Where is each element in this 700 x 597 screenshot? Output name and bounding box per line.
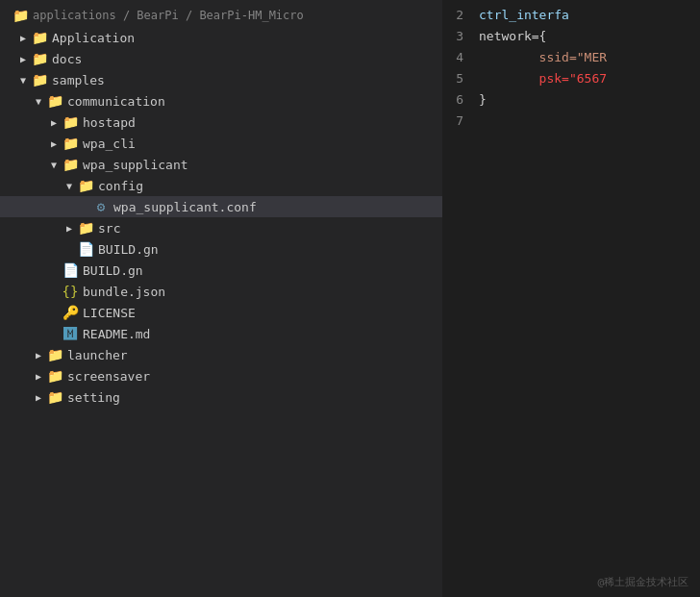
tree-item-samples[interactable]: ▼📁samples	[0, 69, 442, 90]
tree-item-screensaver[interactable]: ▶📁screensaver	[0, 365, 442, 386]
line-number: 5	[442, 71, 479, 86]
label-license: LICENSE	[83, 306, 136, 320]
tree-item-wpa_cli[interactable]: ▶📁wpa_cli	[0, 133, 442, 154]
icon-wpa_supplicant: 📁	[62, 156, 79, 173]
icon-bundle_json: {}	[62, 283, 79, 300]
label-build_gn_inner: BUILD.gn	[98, 242, 159, 257]
chevron-communication: ▼	[31, 93, 46, 109]
line-number: 6	[442, 92, 479, 107]
icon-hostapd: 📁	[62, 113, 79, 131]
line-content: psk="6567	[479, 71, 607, 86]
tree-item-launcher[interactable]: ▶📁launcher	[0, 344, 442, 365]
chevron-config: ▼	[62, 178, 77, 193]
line-number: 4	[442, 50, 479, 64]
line-content: }	[479, 92, 487, 107]
chevron-src: ▶	[62, 220, 77, 236]
root-path: 📁 applications / BearPi / BearPi-HM_Micr…	[0, 4, 442, 27]
code-line-6: 6}	[442, 88, 700, 110]
label-launcher: launcher	[67, 348, 128, 362]
icon-communication: 📁	[46, 92, 63, 110]
spacer-build_gn_inner	[62, 241, 77, 257]
chevron-docs: ▶	[15, 51, 31, 66]
chevron-hostapd: ▶	[46, 114, 62, 130]
tree-item-build_gn_inner[interactable]: 📄BUILD.gn	[0, 238, 442, 260]
root-folder-icon: 📁	[12, 7, 29, 24]
label-docs: docs	[52, 52, 82, 66]
icon-src: 📁	[77, 219, 94, 236]
tree-item-setting[interactable]: ▶📁setting	[0, 386, 442, 408]
chevron-samples: ▼	[15, 72, 31, 87]
label-hostapd: hostapd	[83, 115, 136, 130]
editor-content: 2ctrl_interfa3network={4 ssid="MER5 psk=…	[442, 0, 700, 131]
label-samples: samples	[52, 73, 105, 87]
code-line-2: 2ctrl_interfa	[442, 4, 700, 25]
icon-readme: 🅼	[62, 325, 79, 342]
spacer-readme	[46, 326, 62, 341]
icon-wpa_supplicant_conf: ⚙	[92, 198, 110, 215]
chevron-screensaver: ▶	[31, 368, 46, 384]
tree-item-config[interactable]: ▼📁config	[0, 175, 442, 196]
line-number: 2	[442, 8, 479, 22]
line-content: ssid="MER	[479, 50, 607, 64]
spacer-wpa_supplicant_conf	[77, 199, 92, 214]
label-wpa_cli: wpa_cli	[83, 137, 136, 151]
tree-item-license[interactable]: 🔑LICENSE	[0, 302, 442, 323]
chevron-application: ▶	[15, 30, 31, 45]
tree-item-application[interactable]: ▶📁Application	[0, 27, 442, 48]
label-build_gn_outer: BUILD.gn	[83, 263, 143, 278]
watermark: @稀土掘金技术社区	[597, 575, 688, 589]
label-config: config	[98, 179, 143, 193]
tree-item-hostapd[interactable]: ▶📁hostapd	[0, 112, 442, 133]
icon-license: 🔑	[62, 304, 79, 321]
icon-wpa_cli: 📁	[62, 135, 79, 152]
chevron-setting: ▶	[31, 389, 46, 405]
icon-build_gn_outer: 📄	[62, 261, 79, 279]
label-bundle_json: bundle.json	[83, 285, 165, 299]
code-line-5: 5 psk="6567	[442, 67, 700, 88]
tree-item-build_gn_outer[interactable]: 📄BUILD.gn	[0, 260, 442, 281]
chevron-wpa_supplicant: ▼	[46, 157, 62, 172]
spacer-bundle_json	[46, 284, 62, 299]
tree-item-communication[interactable]: ▼📁communication	[0, 90, 442, 112]
label-communication: communication	[67, 94, 165, 109]
line-content: network={	[479, 29, 546, 43]
code-line-7: 7	[442, 110, 700, 131]
tree-item-docs[interactable]: ▶📁docs	[0, 48, 442, 69]
icon-launcher: 📁	[46, 346, 63, 363]
label-wpa_supplicant: wpa_supplicant	[83, 158, 188, 172]
icon-docs: 📁	[31, 50, 48, 67]
icon-config: 📁	[77, 177, 94, 194]
code-line-3: 3network={	[442, 25, 700, 46]
tree-item-readme[interactable]: 🅼README.md	[0, 323, 442, 344]
chevron-wpa_cli: ▶	[46, 136, 62, 151]
label-wpa_supplicant_conf: wpa_supplicant.conf	[113, 200, 257, 214]
tree-item-src[interactable]: ▶📁src	[0, 217, 442, 238]
label-src: src	[98, 221, 120, 236]
tree-item-wpa_supplicant_conf[interactable]: ⚙wpa_supplicant.conf	[0, 196, 442, 217]
icon-screensaver: 📁	[46, 367, 63, 385]
tree-item-wpa_supplicant[interactable]: ▼📁wpa_supplicant	[0, 154, 442, 175]
icon-setting: 📁	[46, 388, 63, 406]
spacer-build_gn_outer	[46, 262, 62, 278]
icon-build_gn_inner: 📄	[77, 240, 94, 258]
label-screensaver: screensaver	[67, 369, 150, 384]
code-line-4: 4 ssid="MER	[442, 46, 700, 67]
line-number: 7	[442, 113, 479, 128]
icon-application: 📁	[31, 29, 48, 46]
root-label: applications / BearPi / BearPi-HM_Micro	[33, 9, 304, 22]
spacer-license	[46, 305, 62, 320]
file-explorer: 📁 applications / BearPi / BearPi-HM_Micr…	[0, 0, 442, 597]
code-editor: 2ctrl_interfa3network={4 ssid="MER5 psk=…	[442, 0, 700, 597]
line-number: 3	[442, 29, 479, 43]
tree-container: ▶📁Application▶📁docs▼📁samples▼📁communicat…	[0, 27, 442, 408]
chevron-launcher: ▶	[31, 347, 46, 362]
line-content: ctrl_interfa	[479, 8, 569, 22]
label-application: Application	[52, 31, 135, 45]
label-setting: setting	[67, 390, 120, 405]
icon-samples: 📁	[31, 71, 48, 88]
tree-item-bundle_json[interactable]: {}bundle.json	[0, 281, 442, 302]
label-readme: README.md	[83, 327, 150, 341]
